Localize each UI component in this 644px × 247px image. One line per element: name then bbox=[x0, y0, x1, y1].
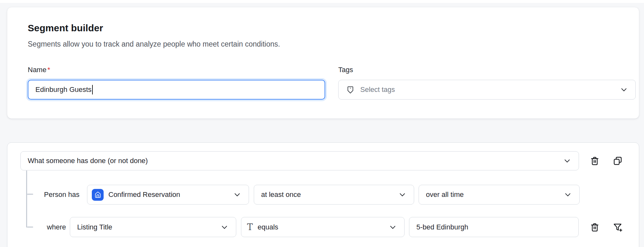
frequency-select-value: at least once bbox=[261, 191, 301, 199]
chevron-down-icon bbox=[563, 156, 572, 165]
trash-icon bbox=[589, 222, 600, 233]
frequency-select[interactable]: at least once bbox=[254, 185, 414, 205]
tags-placeholder: Select tags bbox=[360, 86, 395, 94]
tree-connector-branch bbox=[27, 194, 33, 195]
tags-label: Tags bbox=[338, 66, 353, 74]
operator-select-value: equals bbox=[258, 223, 278, 231]
chevron-down-icon bbox=[398, 190, 407, 199]
chevron-down-icon bbox=[233, 190, 242, 199]
operator-select[interactable]: T equals bbox=[241, 217, 405, 237]
top-divider bbox=[0, 0, 644, 3]
time-window-value: over all time bbox=[426, 191, 464, 199]
tree-connector-branch bbox=[27, 227, 33, 228]
segment-builder-screen: Segment builder Segments allow you to tr… bbox=[0, 0, 644, 247]
copy-icon bbox=[612, 156, 623, 166]
name-label: Name* bbox=[28, 66, 50, 74]
house-icon bbox=[92, 189, 104, 201]
event-select[interactable]: Confirmed Reservation bbox=[87, 185, 249, 205]
filter-value-text: 5-bed Edinburgh bbox=[416, 223, 468, 231]
filter-plus-icon bbox=[612, 222, 623, 233]
event-select-value: Confirmed Reservation bbox=[108, 191, 180, 199]
chevron-down-icon bbox=[619, 85, 628, 94]
filter-value-input[interactable]: 5-bed Edinburgh bbox=[409, 217, 579, 237]
property-select-value: Listing Title bbox=[77, 223, 112, 231]
page-title: Segment builder bbox=[28, 23, 103, 34]
time-window-select[interactable]: over all time bbox=[419, 185, 580, 205]
name-input[interactable]: Edinburgh Guests bbox=[28, 80, 325, 100]
duplicate-condition-button[interactable] bbox=[611, 154, 625, 168]
conditions-card: What someone has done (or not done) bbox=[7, 142, 639, 247]
trash-icon bbox=[589, 156, 600, 166]
chevron-down-icon bbox=[563, 190, 572, 199]
tags-label-text: Tags bbox=[338, 66, 353, 74]
delete-filter-button[interactable] bbox=[588, 220, 602, 234]
property-select[interactable]: Listing Title bbox=[70, 217, 236, 237]
add-filter-button[interactable] bbox=[611, 220, 625, 234]
tag-icon bbox=[346, 85, 355, 94]
event-row-prefix: Person has bbox=[44, 185, 85, 205]
condition-type-select[interactable]: What someone has done (or not done) bbox=[20, 151, 579, 170]
segment-details-card: Segment builder Segments allow you to tr… bbox=[7, 7, 639, 119]
name-input-value: Edinburgh Guests bbox=[35, 86, 91, 94]
where-row-prefix: where bbox=[36, 217, 66, 237]
tags-select[interactable]: Select tags bbox=[338, 80, 636, 100]
name-label-text: Name bbox=[28, 66, 47, 74]
chevron-down-icon bbox=[220, 223, 229, 232]
delete-condition-button[interactable] bbox=[588, 154, 602, 168]
condition-type-value: What someone has done (or not done) bbox=[28, 157, 148, 165]
text-cursor bbox=[92, 85, 93, 94]
page-subtitle: Segments allow you to track and analyze … bbox=[28, 40, 280, 49]
text-type-icon: T bbox=[247, 223, 253, 231]
tree-connector-line bbox=[26, 170, 27, 228]
required-asterisk: * bbox=[48, 66, 50, 74]
chevron-down-icon bbox=[388, 223, 397, 232]
